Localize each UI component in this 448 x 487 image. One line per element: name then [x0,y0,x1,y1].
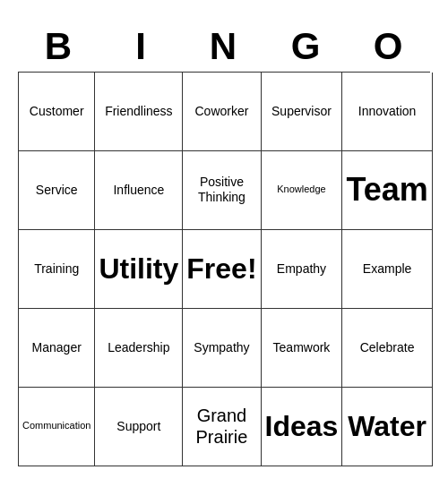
bingo-cell: Coworker [183,73,261,151]
bingo-cell: Manager [19,309,95,388]
header-letter: O [348,21,430,72]
header-letter: N [183,21,265,72]
cell-text: Training [34,261,79,277]
bingo-cell: Friendliness [95,73,183,151]
cell-text: Example [363,261,411,277]
bingo-cell: Example [342,230,432,309]
cell-text: Water [348,409,426,443]
cell-text: Free! [186,252,256,286]
cell-text: Influence [113,183,164,198]
cell-text: Communication [22,420,90,431]
cell-text: Teamwork [273,340,331,355]
cell-text: Innovation [358,104,417,119]
bingo-grid: CustomerFriendlinessCoworkerSupervisorIn… [18,72,430,466]
bingo-cell: Service [19,151,95,230]
bingo-cell: Water [342,388,432,466]
cell-text: Celebrate [360,340,415,355]
cell-text: Supervisor [271,104,332,119]
header-letter: I [100,21,183,72]
header-letter: G [265,21,348,72]
cell-text: Service [36,183,78,198]
bingo-cell: Empathy [262,230,343,309]
bingo-cell: Support [95,388,183,466]
bingo-card: BINGO CustomerFriendlinessCoworkerSuperv… [9,13,439,475]
cell-text: Positive Thinking [186,175,256,205]
cell-text: Knowledge [277,184,325,195]
cell-text: Team [346,170,427,209]
bingo-cell: Teamwork [262,309,343,388]
cell-text: Customer [30,104,84,119]
bingo-cell: Supervisor [262,73,343,151]
bingo-cell: Positive Thinking [183,151,261,230]
cell-text: Leadership [108,340,169,355]
bingo-cell: Customer [19,73,95,151]
cell-text: Empathy [277,261,326,277]
bingo-cell: Utility [95,230,183,309]
cell-text: Grand Prairie [186,405,256,448]
header-letter: B [18,21,100,72]
bingo-cell: Knowledge [262,151,343,230]
bingo-cell: Team [342,151,432,230]
cell-text: Support [116,419,160,434]
cell-text: Ideas [265,409,339,443]
cell-text: Utility [99,252,178,286]
bingo-cell: Free! [183,230,261,309]
bingo-cell: Innovation [342,73,432,151]
bingo-cell: Grand Prairie [183,388,261,466]
bingo-cell: Ideas [262,388,343,466]
cell-text: Friendliness [105,104,172,119]
cell-text: Sympathy [194,340,249,355]
bingo-cell: Leadership [95,309,183,388]
bingo-cell: Influence [95,151,183,230]
bingo-cell: Communication [19,388,95,466]
cell-text: Coworker [194,104,248,119]
bingo-cell: Training [19,230,95,309]
bingo-cell: Celebrate [342,309,432,388]
cell-text: Manager [32,340,82,355]
bingo-cell: Sympathy [183,309,261,388]
bingo-header: BINGO [18,21,430,72]
